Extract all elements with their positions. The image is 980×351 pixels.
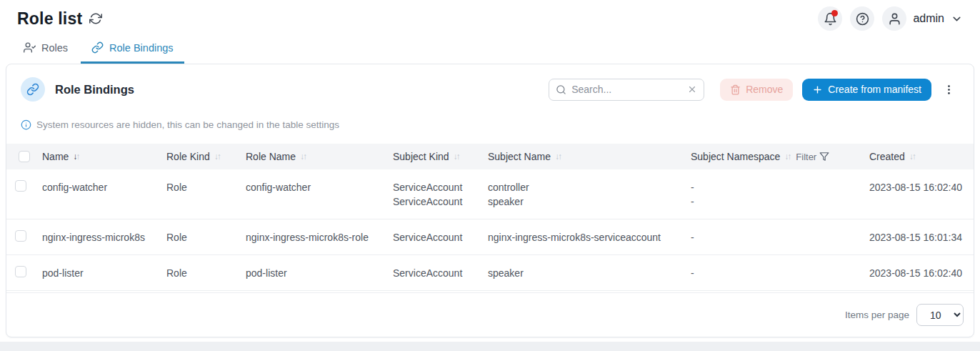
tab-role-bindings-label: Role Bindings [109,42,173,54]
cell-name: nginx-ingress-microk8s [42,230,166,244]
help-button[interactable] [850,6,874,31]
user-avatar [882,6,906,31]
column-header-created[interactable]: Created ↓↑ [863,151,974,162]
filter-label: Filter [796,152,816,162]
row-checkbox[interactable] [15,180,26,192]
page-title: Role list [17,9,82,29]
table-body: config-watcherRoleconfig-watcherServiceA… [6,169,974,291]
link-icon [91,41,104,54]
trash-icon [730,84,741,95]
clear-search-icon[interactable] [687,84,697,94]
cell-subject-namespace: - [691,266,863,280]
sort-icon[interactable]: ↓↑ [454,152,459,162]
kebab-menu-icon[interactable] [940,81,958,99]
tab-role-bindings[interactable]: Role Bindings [81,37,184,64]
user-check-icon [24,41,36,54]
cell-name: config-watcher [42,180,166,194]
create-from-manifest-button[interactable]: Create from manifest [802,79,931,101]
sort-icon[interactable]: ↓↑ [214,152,220,162]
items-per-page-select[interactable]: 10 [916,304,964,326]
column-header-role-name[interactable]: Role Name ↓↑ [246,151,393,162]
cell-subject-kind: ServiceAccount [393,266,488,280]
cell-subject-kind: ServiceAccount [393,230,488,244]
help-icon [856,12,869,26]
table-row[interactable]: nginx-ingress-microk8sRolenginx-ingress-… [6,219,974,255]
cell-name: pod-lister [42,266,166,280]
tab-roles[interactable]: Roles [13,37,79,64]
remove-button[interactable]: Remove [720,79,793,101]
cell-subject-name: controllerspeaker [488,180,691,209]
row-checkbox[interactable] [15,230,26,242]
cell-role-name: pod-lister [246,266,393,280]
role-bindings-icon [21,77,45,102]
column-header-subject-kind[interactable]: Subject Kind ↓↑ [393,151,488,162]
info-text: System resources are hidden, this can be… [36,119,339,130]
info-row: System resources are hidden, this can be… [21,119,959,130]
user-menu[interactable]: admin [882,6,963,31]
search-input[interactable] [571,84,682,95]
cell-created: 2023-08-15 16:02:40 [863,266,974,280]
column-header-subject-namespace[interactable]: Subject Namespace ↓↑ Filter [691,151,863,162]
filter-funnel-icon [819,152,829,162]
cell-role-name: nginx-ingress-microk8s-role [246,230,393,244]
table-row[interactable]: pod-listerRolepod-listerServiceAccountsp… [6,255,974,291]
cell-role-kind: Role [166,266,246,280]
plus-icon [812,84,823,95]
cell-role-kind: Role [166,180,246,194]
refresh-icon[interactable] [89,12,102,25]
column-header-role-kind[interactable]: Role Kind ↓↑ [166,151,246,162]
page: Role list [0,0,980,342]
cell-role-kind: Role [166,230,246,244]
items-per-page-label: Items per page [845,310,909,320]
table-footer: Items per page 10 [6,292,974,337]
column-header-name[interactable]: Name ↓↑ [42,151,166,162]
cell-subject-kind: ServiceAccountServiceAccount [393,180,488,209]
cell-created: 2023-08-15 16:01:34 [863,230,974,244]
notifications-button[interactable] [818,6,842,31]
cell-role-name: config-watcher [246,180,393,194]
cell-subject-namespace: -- [691,180,863,209]
tabs: Roles Role Bindings [0,37,980,64]
card-title: Role Bindings [55,83,134,97]
info-icon [21,119,31,130]
sort-icon[interactable]: ↓↑ [300,152,306,162]
topbar: Role list [0,0,980,31]
sort-icon[interactable]: ↓↑ [784,152,790,162]
table-row[interactable]: config-watcherRoleconfig-watcherServiceA… [6,169,974,219]
sort-icon[interactable]: ↓↑ [73,152,79,162]
cell-subject-name: nginx-ingress-microk8s-serviceaccount [488,230,691,244]
tab-roles-label: Roles [41,42,68,54]
search-box [549,79,704,101]
column-header-subject-name[interactable]: Subject Name ↓↑ [488,151,691,162]
notification-badge [831,10,838,16]
chevron-down-icon [951,13,963,25]
search-icon [556,84,566,95]
user-icon [888,12,901,26]
create-button-label: Create from manifest [828,84,921,95]
card-header: Role Bindings Remove [6,64,974,102]
user-name: admin [913,12,944,25]
row-checkbox[interactable] [15,266,26,277]
remove-button-label: Remove [746,84,783,95]
sort-icon[interactable]: ↓↑ [909,152,915,162]
cell-subject-namespace: - [691,230,863,244]
cell-created: 2023-08-15 16:02:40 [863,180,974,194]
sort-icon[interactable]: ↓↑ [555,152,561,162]
role-bindings-card: Role Bindings Remove [6,64,974,337]
select-all-checkbox[interactable] [19,151,30,162]
table-header: Name ↓↑ Role Kind ↓↑ Role Name ↓↑ Subjec… [6,144,974,169]
cell-subject-name: speaker [488,266,691,280]
filter-button[interactable]: Filter [796,152,829,162]
